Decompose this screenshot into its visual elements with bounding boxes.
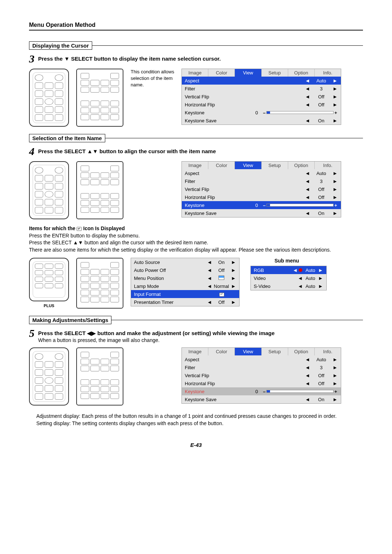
adjustment-note: Adjustment display: Each press of the bu… [29, 413, 363, 427]
osd-row-menu-position: Menu Position ◀ ▶ [131, 274, 239, 282]
section-rule [111, 320, 363, 320]
step-number: 3 [29, 53, 34, 64]
left-arrow-icon: ◀ [305, 94, 310, 99]
plus-icon: + [334, 389, 338, 394]
remote-logo: PLUS [29, 304, 69, 308]
osd-tab-setup: Setup [262, 69, 288, 77]
osd-tab-view: View [235, 69, 261, 77]
osd-row-hflip: Horizontal Flip ◀ Off ▶ [182, 193, 341, 201]
section-title-box: Making Adjustments/Settings [29, 316, 111, 324]
section-title-displaying-cursor: Displaying the Cursor [29, 41, 363, 50]
remote-diagram-1 [29, 161, 69, 219]
left-arrow-icon: ◀ [305, 86, 310, 91]
step-text: Press the SELECT ▲▼ button to align the … [38, 148, 216, 154]
left-arrow-icon: ◀ [305, 381, 310, 386]
osd-tab-option: Option [288, 162, 315, 169]
slider-track [266, 390, 334, 393]
left-arrow-icon: ◀ [305, 357, 310, 362]
left-arrow-icon: ◀ [305, 195, 310, 200]
page-footer: E-43 [29, 442, 363, 448]
section-rule [92, 45, 363, 46]
right-arrow-icon: ▶ [332, 381, 338, 386]
osd-label: Vertical Flip [185, 94, 305, 99]
left-arrow-icon: ◀ [305, 397, 310, 402]
step-number: 5 [29, 328, 34, 339]
right-arrow-icon: ▶ [230, 300, 236, 305]
osd-label: Filter [185, 365, 305, 370]
icon-note-heading-b: Icon Is Displayed [82, 225, 124, 231]
right-arrow-icon: ▶ [332, 78, 338, 83]
right-arrow-icon: ▶ [332, 397, 338, 402]
section-title-box: Displaying the Cursor [29, 41, 92, 50]
osd-setup-list: Auto Source ◀ On ▶ Auto Power Off ◀ Off … [131, 258, 240, 306]
osd-label: Vertical Flip [185, 373, 305, 378]
osd-label: Presentation Timer [134, 300, 207, 305]
osd-label: Input Format [134, 292, 207, 297]
osd-value: On [212, 260, 230, 265]
menu-position-icon [212, 276, 230, 281]
right-arrow-icon: ▶ [332, 187, 338, 192]
right-arrow-icon: ▶ [332, 357, 338, 362]
osd-row-keystone: Keystone 0 – + [182, 109, 341, 117]
osd-tab-color: Color [208, 162, 235, 169]
icon-note-line3: There are also some items for which the … [29, 247, 363, 254]
right-arrow-icon: ▶ [332, 373, 338, 378]
osd-row-keystone: Keystone 0 – + [182, 201, 341, 209]
osd-label: Filter [185, 86, 305, 91]
osd-row-presentation-timer: Presentation Timer ◀ Off ▶ [131, 298, 239, 306]
osd-label: RGB [254, 268, 292, 273]
left-arrow-icon: ◀ [292, 268, 298, 273]
osd-row-aspect: Aspect ◀ Auto ▶ [182, 355, 341, 363]
osd-row-vflip: Vertical Flip ◀ Off ▶ [182, 185, 341, 193]
right-arrow-icon: ▶ [230, 276, 236, 281]
osd-row-lamp-mode: Lamp Mode ◀ Normal ▶ [131, 282, 239, 290]
osd-label: Menu Position [134, 276, 207, 281]
right-arrow-icon: ▶ [332, 365, 338, 370]
osd-tab-image: Image [182, 348, 208, 355]
osd-row-filter: Filter ◀ 3 ▶ [182, 177, 341, 185]
osd-value: Auto [303, 268, 318, 273]
osd-label: Aspect [185, 171, 305, 176]
osd-row-keystone-save: Keystone Save ◀ On ▶ [182, 209, 341, 217]
osd-value: On [310, 211, 332, 216]
section-title-box: Selection of the Item Name [29, 134, 105, 142]
osd-value: On [310, 397, 332, 402]
osd-value: Normal [212, 284, 230, 289]
osd-value: Off [212, 268, 230, 273]
osd-row-filter: Filter ◀ 3 ▶ [182, 363, 341, 371]
remote-diagram-2 [76, 161, 123, 219]
step-5: 5 Press the SELECT ◀▶ button and make th… [29, 328, 363, 343]
minus-icon: – [262, 389, 266, 394]
osd-value: Off [310, 373, 332, 378]
page-header: Menu Operation Method [29, 22, 363, 30]
osd-label: Horizontal Flip [185, 381, 305, 386]
osd-label: Video [254, 276, 297, 281]
left-arrow-icon: ◀ [207, 268, 212, 273]
osd-value: Auto [310, 78, 332, 83]
step-text: Press the ▼ SELECT button to display the… [38, 56, 221, 62]
minus-icon: – [262, 203, 266, 208]
osd-row-aspect: Aspect ◀ Auto ▶ [182, 77, 341, 85]
osd-row-input-format: Input Format [131, 290, 239, 298]
icon-note-line2: Press the SELECT ▲▼ button and align the… [29, 239, 363, 247]
osd-row-aspect: Aspect ◀ Auto ▶ [182, 169, 341, 177]
remote-diagram-2 [76, 347, 123, 406]
osd-label: Keystone Save [185, 397, 305, 402]
osd-submenu: RGB ◀ Auto ▶ Video ◀ Auto ▶ S-Video ◀ Au… [250, 266, 327, 290]
osd-value: Off [310, 102, 332, 107]
osd-tab-option: Option [288, 69, 315, 77]
osd-value: Auto [303, 276, 318, 281]
osd-value: 0 [251, 110, 262, 115]
step-subtext: When a button is pressed, the image will… [38, 337, 275, 343]
left-arrow-icon: ◀ [305, 373, 310, 378]
osd-label: Auto Source [134, 260, 207, 265]
right-arrow-icon: ▶ [230, 284, 236, 289]
osd-row-keystone-save: Keystone Save ◀ On ▶ [182, 395, 341, 403]
remote-diagram-2 [76, 258, 123, 309]
osd-label: Lamp Mode [134, 284, 207, 289]
osd-value: Off [310, 187, 332, 192]
right-arrow-icon: ▶ [318, 276, 323, 281]
osd-label: Aspect [185, 78, 305, 83]
submenu-row-rgb: RGB ◀ Auto ▶ [251, 266, 326, 274]
step-3: 3 Press the ▼ SELECT button to display t… [29, 53, 363, 64]
